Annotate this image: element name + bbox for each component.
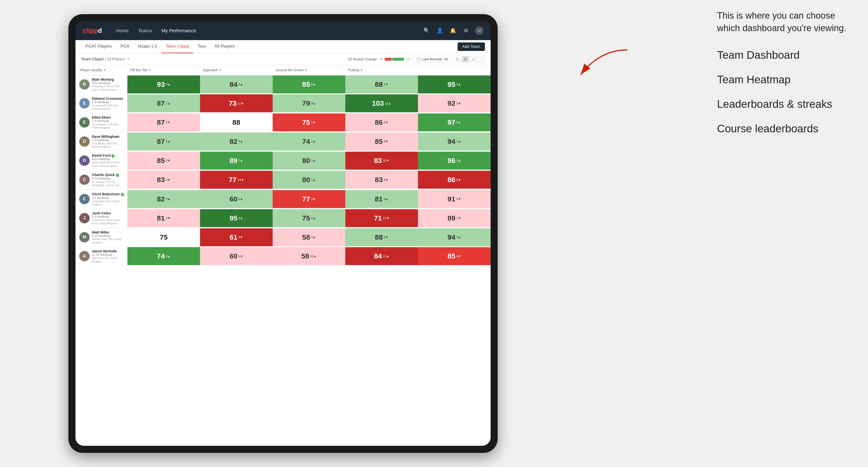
score-value: 88 xyxy=(375,233,382,241)
add-team-button[interactable]: Add Team xyxy=(458,42,485,51)
grid-view-button[interactable]: ☷ xyxy=(454,56,461,63)
search-icon[interactable]: 🔍 xyxy=(422,26,431,35)
score-change: 3▼ xyxy=(239,236,243,239)
score-value: 94 xyxy=(447,233,455,241)
sub-nav-team-clippd[interactable]: Team Clippd xyxy=(161,40,193,53)
col-off-tee[interactable]: Off the Tee ▼ xyxy=(127,67,200,73)
score-cell: 773▼ xyxy=(273,190,345,208)
chart-view-button[interactable]: 📈 xyxy=(470,56,477,63)
player-name: Aaron Nicholls xyxy=(92,249,125,253)
score-change: 3▼ xyxy=(456,102,461,105)
col-player-quality[interactable]: Player Quality ▼ xyxy=(75,67,127,73)
download-button[interactable]: ↓ xyxy=(478,56,485,63)
table-row[interactable]: BBlair McHargPlus HandicapRoyal North De… xyxy=(75,75,491,94)
change-neg-bar xyxy=(385,58,392,61)
col-putting[interactable]: Putting ▼ xyxy=(345,67,418,73)
player-name: Josh Coles xyxy=(92,211,125,215)
sub-nav-pga[interactable]: PGA xyxy=(116,40,133,53)
sort-arrow-player-quality: ▼ xyxy=(103,68,106,72)
player-club: Craigmillar Park, United Kingdom xyxy=(92,199,125,206)
col-around-green[interactable]: Around the Green ▼ xyxy=(273,67,345,73)
player-handicap: Plus Handicap xyxy=(92,158,125,161)
score-cell: 814▲ xyxy=(345,190,418,208)
score-cell: 602▲ xyxy=(200,190,273,208)
score-cell: 923▼ xyxy=(418,94,491,112)
score-change: 10▼ xyxy=(383,159,389,162)
bell-icon[interactable]: 🔔 xyxy=(448,26,457,35)
score-change: 4▲ xyxy=(384,197,389,201)
col-approach[interactable]: Approach ▼ xyxy=(200,67,273,73)
score-change: 3▼ xyxy=(166,178,170,182)
sub-nav-tour[interactable]: Tour xyxy=(193,40,210,53)
score-cell: 836▼ xyxy=(345,171,418,189)
table-row[interactable]: EEdward Crossman1-5 HandicapSunningdale … xyxy=(75,94,491,113)
score-change: 15▲ xyxy=(385,102,391,105)
score-value: 84 xyxy=(374,252,382,260)
score-value: 86 xyxy=(447,176,455,184)
score-cell: 897▲ xyxy=(200,152,273,169)
table-row[interactable]: CCharlie Quick✓6-10 HandicapSt. George's… xyxy=(75,170,491,190)
nav-home[interactable]: Home xyxy=(111,21,133,40)
score-cell: 824▲ xyxy=(200,132,273,151)
score-change: 2▼ xyxy=(456,216,461,220)
table-row[interactable]: AAaron Nicholls11-15 HandicapDrift Golf … xyxy=(75,247,491,266)
score-cell: 7111▼ xyxy=(345,209,418,227)
score-cell: 752▲ xyxy=(273,209,345,227)
table-row[interactable]: MMatt Miller6-10 HandicapWoburn Golf Clu… xyxy=(75,228,491,247)
table-row[interactable]: JJosh Coles1-5 HandicapRoyal North Devon… xyxy=(75,209,491,228)
nav-teams[interactable]: Teams xyxy=(133,21,157,40)
score-value: 95 xyxy=(229,214,237,222)
table-row[interactable]: DDave Billingham1-5 HandicapGog Magog Go… xyxy=(75,132,491,151)
score-cell: 871▲ xyxy=(127,94,200,112)
score-cell: 846▲ xyxy=(200,75,273,93)
table-row[interactable]: CChris Robertson✓1-5 HandicapCraigmillar… xyxy=(75,190,491,209)
tablet-screen: clippd Home Teams My Performance 🔍 👤 🔔 ⚙… xyxy=(75,21,491,446)
score-value: 58 xyxy=(302,233,310,241)
table-row[interactable]: EElliot Ebert1-5 HandicapSunningdale Gol… xyxy=(75,113,491,132)
user-avatar[interactable]: U xyxy=(475,26,484,35)
player-rows-container: BBlair McHargPlus HandicapRoyal North De… xyxy=(75,75,491,266)
round-change-info: 20 Round Change -5 +5 🕐 Last Rounds: 20 … xyxy=(348,56,485,63)
score-cell: 741▲ xyxy=(273,132,345,151)
score-change: 3▼ xyxy=(311,121,316,124)
settings-icon[interactable]: ⚙ xyxy=(462,26,470,35)
table-row[interactable]: DDavid Ford✓Plus HandicapRoyal North Dev… xyxy=(75,151,491,170)
score-value: 91 xyxy=(447,195,455,203)
player-handicap: 11-15 Handicap xyxy=(92,253,125,256)
player-info-cell: AAaron Nicholls11-15 HandicapDrift Golf … xyxy=(75,247,127,266)
score-change: 4▲ xyxy=(239,139,243,143)
score-value: 85 xyxy=(375,137,382,146)
score-change: 3▲ xyxy=(456,236,461,239)
score-cell: 753▼ xyxy=(273,114,345,131)
nav-my-performance[interactable]: My Performance xyxy=(157,21,201,40)
team-count-label: | 14 Players xyxy=(105,57,125,61)
sub-nav-hcaps[interactable]: Hcaps 1-5 xyxy=(133,40,161,53)
annotation-arrow xyxy=(572,47,633,80)
score-change: 5▲ xyxy=(456,121,461,124)
score-value: 60 xyxy=(229,252,237,260)
score-value: 75 xyxy=(302,214,310,222)
avatar: C xyxy=(79,175,90,185)
player-info-cell: JJosh Coles1-5 HandicapRoyal North Devon… xyxy=(75,209,127,228)
player-club: Royal North Devon Golf Club, United King… xyxy=(92,218,125,225)
score-change: 6▼ xyxy=(384,121,389,124)
avatar: D xyxy=(79,136,90,147)
option-team-heatmap: Team Heatmap xyxy=(717,73,854,86)
sub-nav-all-players[interactable]: All Players xyxy=(210,40,239,53)
change-bar xyxy=(385,58,404,61)
last-rounds-button[interactable]: 🕐 Last Rounds: 20 xyxy=(413,56,452,63)
player-details: Aaron Nicholls11-15 HandicapDrift Golf C… xyxy=(92,249,125,263)
score-change: 8▼ xyxy=(456,178,461,182)
sub-nav-pgat[interactable]: PGAT Players xyxy=(81,40,116,53)
score-value: 81 xyxy=(157,214,165,222)
score-value: 84 xyxy=(229,81,237,88)
score-change: 1▲ xyxy=(456,139,461,143)
score-value: 77 xyxy=(229,176,237,184)
score-value: 94 xyxy=(447,137,455,146)
edit-team-icon[interactable]: ✎ xyxy=(127,57,130,61)
user-icon[interactable]: 👤 xyxy=(435,26,444,35)
score-value: 87 xyxy=(157,99,165,107)
pos-value: +5 xyxy=(406,57,410,61)
list-view-button[interactable]: ☰ xyxy=(462,56,469,63)
score-cell: 601▼ xyxy=(200,247,273,265)
